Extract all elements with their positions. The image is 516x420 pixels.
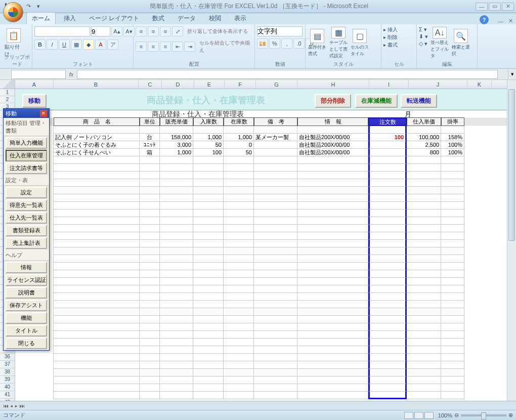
cell[interactable]: [407, 346, 441, 354]
cell[interactable]: [160, 369, 193, 376]
cell[interactable]: 箱: [140, 149, 160, 156]
cell[interactable]: [54, 270, 140, 278]
cell[interactable]: [160, 346, 193, 354]
cell[interactable]: [140, 316, 160, 323]
grow-font-button[interactable]: A▴: [111, 26, 122, 36]
cell[interactable]: [140, 392, 160, 399]
cell[interactable]: [254, 285, 297, 293]
cell[interactable]: [254, 361, 297, 369]
cell[interactable]: [407, 285, 441, 293]
percent-button[interactable]: %: [269, 38, 280, 49]
cell[interactable]: [407, 225, 441, 232]
cell[interactable]: 某メーカー製: [254, 134, 297, 141]
cell[interactable]: [407, 278, 441, 285]
cell[interactable]: [140, 156, 160, 164]
find-select-button[interactable]: 🔍検索と選択: [451, 26, 470, 60]
font-size-input[interactable]: [91, 26, 110, 36]
cell[interactable]: [368, 149, 407, 156]
nav-button[interactable]: 売上集計表: [6, 237, 47, 249]
row-header[interactable]: 40: [0, 384, 15, 391]
clear-button[interactable]: ◇ ▾: [419, 40, 428, 47]
cell[interactable]: [407, 361, 441, 369]
cell[interactable]: [224, 301, 254, 308]
row-header[interactable]: 41: [0, 391, 15, 399]
cell[interactable]: [193, 247, 224, 255]
cell[interactable]: [160, 187, 193, 194]
nav-close-button[interactable]: ✕: [40, 110, 47, 117]
cell[interactable]: [368, 376, 407, 384]
cell[interactable]: [441, 202, 464, 209]
cell[interactable]: [254, 308, 297, 316]
cell[interactable]: [297, 301, 368, 308]
cell[interactable]: [368, 293, 407, 301]
tab-data[interactable]: データ: [173, 13, 201, 24]
nav-button[interactable]: 設定: [6, 187, 47, 198]
cell[interactable]: [407, 232, 441, 240]
cell[interactable]: [254, 187, 297, 194]
cell[interactable]: [193, 194, 224, 202]
cell[interactable]: [54, 331, 140, 339]
cell[interactable]: [254, 323, 297, 331]
cell[interactable]: [368, 346, 407, 354]
cell[interactable]: [441, 346, 464, 354]
cell[interactable]: [368, 285, 407, 293]
cell[interactable]: ﾕﾆｯﾄ: [140, 141, 160, 149]
cell[interactable]: 2,500: [407, 141, 441, 149]
cell[interactable]: [54, 164, 140, 172]
cell[interactable]: [193, 172, 224, 179]
cell[interactable]: [224, 202, 254, 209]
cell[interactable]: [441, 354, 464, 361]
nav-button[interactable]: 書類登録表: [6, 225, 47, 236]
cell[interactable]: [254, 392, 297, 399]
cell[interactable]: [160, 179, 193, 187]
cell[interactable]: [297, 278, 368, 285]
cell[interactable]: [140, 293, 160, 301]
cell[interactable]: [407, 384, 441, 392]
cell[interactable]: [160, 217, 193, 225]
cell[interactable]: [407, 339, 441, 346]
merge-center-button[interactable]: セルを結合して中央揃え: [196, 39, 252, 54]
format-table-button[interactable]: ▦テーブルとして書式設定: [329, 26, 348, 60]
cell[interactable]: [193, 263, 224, 270]
cell[interactable]: [297, 285, 368, 293]
cell[interactable]: [407, 316, 441, 323]
cell[interactable]: [407, 209, 441, 217]
cell[interactable]: [368, 255, 407, 263]
cell[interactable]: [54, 369, 140, 376]
cell[interactable]: [368, 369, 407, 376]
cell[interactable]: [224, 187, 254, 194]
column-header-H[interactable]: H: [297, 80, 369, 89]
cell[interactable]: [193, 331, 224, 339]
cell[interactable]: [368, 164, 407, 172]
cell[interactable]: [193, 225, 224, 232]
cell[interactable]: [160, 225, 193, 232]
align-left-button[interactable]: ≡: [136, 41, 147, 52]
cell[interactable]: [140, 187, 160, 194]
vertical-scrollbar[interactable]: [507, 80, 516, 401]
cell[interactable]: そふとにく子の着ぐるみ: [54, 141, 140, 149]
cell[interactable]: [254, 339, 297, 346]
cell[interactable]: [407, 194, 441, 202]
cell[interactable]: [140, 247, 160, 255]
nav-button[interactable]: 得意先一覧表: [6, 199, 47, 211]
cell[interactable]: [407, 308, 441, 316]
row-header[interactable]: 38: [0, 368, 15, 376]
cell[interactable]: [224, 293, 254, 301]
cell[interactable]: 3,000: [160, 141, 193, 149]
row-header[interactable]: 36: [0, 353, 15, 361]
row-header[interactable]: 39: [0, 376, 15, 384]
cell[interactable]: [407, 240, 441, 247]
cell[interactable]: [193, 308, 224, 316]
cell[interactable]: [193, 126, 224, 134]
column-header-F[interactable]: F: [225, 80, 256, 89]
cell[interactable]: [160, 301, 193, 308]
cell[interactable]: [441, 217, 464, 225]
nav-button[interactable]: 保存アシスト: [6, 300, 47, 311]
cell[interactable]: [297, 202, 368, 209]
nav-button[interactable]: 情報: [6, 262, 47, 273]
cell[interactable]: [54, 392, 140, 399]
cell[interactable]: [407, 156, 441, 164]
cell[interactable]: [160, 308, 193, 316]
cell[interactable]: [193, 384, 224, 392]
cell[interactable]: [297, 209, 368, 217]
